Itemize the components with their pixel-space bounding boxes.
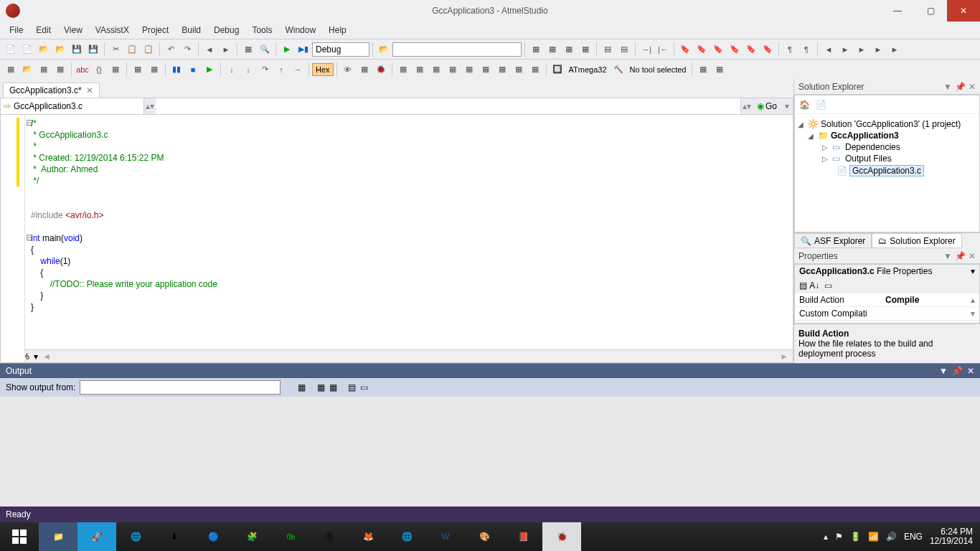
nav-back-icon[interactable]: ◄ [202, 42, 217, 57]
start-button[interactable] [0, 522, 39, 551]
cut-icon[interactable]: ✂ [108, 42, 123, 57]
menu-project[interactable]: Project [137, 24, 174, 37]
menu-view[interactable]: View [59, 24, 88, 37]
out-icon3[interactable]: ▦ [329, 382, 337, 392]
menu-file[interactable]: File [4, 24, 28, 37]
maximize-button[interactable]: ▢ [914, 0, 947, 22]
app1-taskbar-icon[interactable]: 🚀 [77, 522, 116, 551]
run-icon[interactable]: ▶ [202, 62, 217, 77]
menu-debug[interactable]: Debug [209, 24, 244, 37]
sort-icon[interactable]: A↓ [809, 281, 819, 291]
props-pin-icon[interactable]: 📌 [955, 251, 966, 261]
chrome-taskbar-icon[interactable]: 🌐 [387, 522, 426, 551]
new-file-icon[interactable]: 📄 [19, 42, 35, 57]
t2-iconB[interactable]: 🐞 [373, 62, 389, 77]
categorize-icon[interactable]: ▤ [799, 281, 807, 291]
search-combo[interactable] [392, 42, 522, 57]
project-node[interactable]: ◢📁GccApplication3 [798, 130, 976, 141]
t2-iconE[interactable]: ▦ [428, 62, 444, 77]
member-combo[interactable] [156, 98, 741, 114]
misc4-icon[interactable]: ▦ [578, 42, 593, 57]
t2-iconA[interactable]: ▦ [357, 62, 372, 77]
t2-icon9[interactable]: ▦ [146, 62, 162, 77]
tab-close-icon[interactable]: ✕ [86, 85, 93, 95]
home-icon[interactable]: 🏠 [799, 100, 810, 110]
build-icon[interactable]: ▦ [240, 42, 256, 57]
bookmark6-icon[interactable]: 🔖 [760, 42, 776, 57]
t2-icon7[interactable]: ▦ [108, 62, 123, 77]
run-cursor-icon[interactable]: → [290, 62, 306, 77]
open-icon[interactable]: 📂 [36, 42, 52, 57]
deps-node[interactable]: ▷▭Dependencies [798, 141, 976, 153]
close-button[interactable]: ✕ [947, 0, 980, 22]
nav2-icon[interactable]: ► [837, 42, 853, 57]
t2-iconJ[interactable]: ▦ [511, 62, 527, 77]
minimize-button[interactable]: — [881, 0, 914, 22]
para1-icon[interactable]: ¶ [782, 42, 798, 57]
bookmark-next-icon[interactable]: 🔖 [694, 42, 710, 57]
nav4-icon[interactable]: ► [870, 42, 886, 57]
output-body[interactable] [0, 397, 980, 507]
new-project-icon[interactable]: 📄 [3, 42, 19, 57]
hp-taskbar-icon[interactable]: ⓗ [310, 522, 349, 551]
prop-row-custom[interactable]: Custom Compilati▾ [795, 307, 979, 321]
chip-icon[interactable]: 🔲 [550, 62, 565, 77]
panel-dropdown-icon[interactable]: ▼ [943, 82, 952, 92]
t2-cs-icon[interactable]: {} [91, 62, 107, 77]
menu-window[interactable]: Window [280, 24, 321, 37]
watch-icon[interactable]: 👁 [340, 62, 356, 77]
tray-lang[interactable]: ENG [904, 532, 923, 542]
tray-clock[interactable]: 6:24 PM 12/19/2014 [930, 527, 973, 546]
nav-fwd-icon[interactable]: ► [218, 42, 234, 57]
ie-taskbar-icon[interactable]: 🌐 [116, 522, 155, 551]
explorer-taskbar-icon[interactable]: 📁 [39, 522, 77, 551]
step-out-icon[interactable]: ↑ [273, 62, 289, 77]
tray-volume-icon[interactable]: 🔊 [886, 532, 897, 542]
stop-icon[interactable]: ■ [185, 62, 201, 77]
out-icon5[interactable]: ▭ [360, 382, 368, 392]
nav1-icon[interactable]: ◄ [821, 42, 837, 57]
misc3-icon[interactable]: ▦ [561, 42, 577, 57]
menu-vassistx[interactable]: VAssistX [90, 24, 134, 37]
asf-explorer-tab[interactable]: 🔍ASF Explorer [794, 233, 872, 248]
props-dropdown-icon[interactable]: ▼ [943, 251, 952, 261]
bookmark-icon[interactable]: 🔖 [677, 42, 693, 57]
open-project-icon[interactable]: 📂 [52, 42, 68, 57]
hex-toggle[interactable]: Hex [312, 63, 334, 76]
copy-icon[interactable]: 📋 [124, 42, 140, 57]
save-all-icon[interactable]: 💾 [85, 42, 101, 57]
go-button[interactable]: ◉Go [753, 98, 781, 114]
t2-icon8[interactable]: ▦ [130, 62, 146, 77]
save-icon[interactable]: 💾 [69, 42, 85, 57]
comment-icon[interactable]: ▤ [600, 42, 616, 57]
zoom-dropdown-icon[interactable]: ▾ [34, 352, 38, 362]
pin-icon[interactable]: 📌 [955, 82, 966, 92]
out-icon4[interactable]: ▤ [348, 382, 356, 392]
step-icon[interactable]: ↓ [224, 62, 240, 77]
tool-icon[interactable]: 🔨 [611, 62, 626, 77]
misc1-icon[interactable]: ▦ [528, 42, 544, 57]
find-icon[interactable]: 🔍 [257, 42, 273, 57]
solution-node[interactable]: ◢🔆Solution 'GccApplication3' (1 project) [798, 118, 976, 130]
output-node[interactable]: ▷▭Output Files [798, 153, 976, 164]
tray-up-icon[interactable]: ▴ [824, 532, 828, 542]
props-pages-icon[interactable]: ▭ [824, 281, 832, 291]
tray-power-icon[interactable]: 🔋 [850, 532, 861, 542]
undo-icon[interactable]: ↶ [163, 42, 179, 57]
menu-edit[interactable]: Edit [31, 24, 56, 37]
outdent-icon[interactable]: |← [655, 42, 671, 57]
output-source-combo[interactable] [80, 380, 281, 395]
solution-explorer-tab[interactable]: 🗂Solution Explorer [872, 233, 961, 248]
bookmark-prev-icon[interactable]: 🔖 [710, 42, 726, 57]
store-taskbar-icon[interactable]: 🛍 [271, 522, 310, 551]
break-icon[interactable]: ▮▮ [169, 62, 184, 77]
paint-taskbar-icon[interactable]: 🎨 [465, 522, 504, 551]
start-debug-icon[interactable]: ▶ [279, 42, 295, 57]
para2-icon[interactable]: ¶ [798, 42, 814, 57]
misc2-icon[interactable]: ▦ [545, 42, 560, 57]
out-pin-icon[interactable]: 📌 [952, 366, 963, 376]
t2-iconI[interactable]: ▦ [494, 62, 510, 77]
puzzle-taskbar-icon[interactable]: 🧩 [232, 522, 271, 551]
bookmark5-icon[interactable]: 🔖 [743, 42, 759, 57]
show-all-icon[interactable]: 📄 [816, 100, 826, 110]
